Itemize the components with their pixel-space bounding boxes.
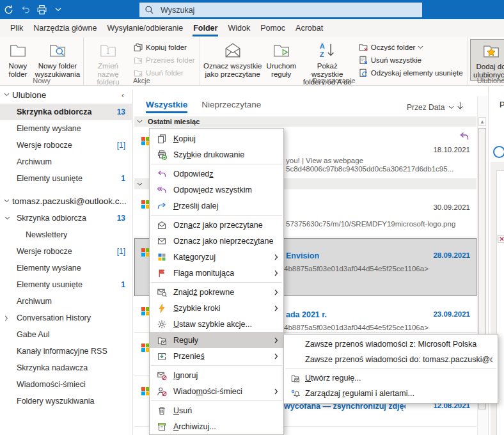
menu-item-szybkie-drukowanie[interactable]: Szybkie drukowanie: [150, 146, 283, 162]
folder-label: Archiwum: [17, 297, 52, 306]
menu-item-flaga-monitująca[interactable]: Flaga monitująca: [150, 265, 283, 281]
quick-steps-icon: [156, 303, 168, 313]
kopiuj-folder-button[interactable]: Kopiuj folder: [130, 41, 198, 54]
filter-tab-wszystkie[interactable]: Wszystkie: [146, 100, 187, 109]
sidebar-section-header[interactable]: tomasz.paczuski@outlook.c...: [0, 192, 132, 210]
sidebar-item-conversation-history[interactable]: Conversation History: [0, 310, 132, 326]
submenu-arrow-icon: [274, 337, 278, 344]
sidebar-item-archiwum[interactable]: Archiwum: [0, 154, 132, 170]
menu-item-kategoryzuj[interactable]: Kategoryzuj: [150, 249, 283, 265]
folder-label: Elementy usunięte: [17, 280, 83, 289]
tab-acrobat[interactable]: Acrobat: [290, 19, 328, 37]
sidebar-item-elementy-wysłane[interactable]: Elementy wysłane: [0, 260, 132, 276]
sidebar-item-wersje-robocze[interactable]: Wersje robocze[1]: [0, 243, 132, 260]
scroll-up-icon[interactable]: ▲: [478, 117, 486, 126]
tab-widok[interactable]: Widok: [223, 19, 255, 37]
menu-item-ignoruj[interactable]: Ignoruj: [150, 367, 283, 383]
submenu-item-zawsze-przenoś-wiadomości-z-microsoft-po[interactable]: Zawsze przenoś wiadomości z: Microsoft P…: [284, 336, 498, 352]
sidebar-item-wiadomości-śmieci[interactable]: Wiadomości-śmieci: [0, 376, 132, 393]
menu-item-archiwizuj-[interactable]: Archiwizuj...: [150, 418, 283, 434]
mark-all-read-icon: [223, 41, 243, 60]
sidebar-item-skrzynka-nadawcza[interactable]: Skrzynka nadawcza: [0, 360, 132, 376]
quick-actions-icon: [156, 319, 168, 329]
minimize-folder-pane-icon[interactable]: ‹: [122, 91, 124, 100]
tab-narz-dzia-g-wne[interactable]: Narzędzia główne: [28, 19, 102, 37]
oczyść-folder-button[interactable]: Oczyść folder: [356, 41, 466, 54]
menu-item-kopiuj[interactable]: Kopiuj: [150, 130, 283, 146]
sidebar-section-header[interactable]: Ulubione: [0, 86, 132, 104]
submenu-item-zawsze-przenoś-wiadomości-do-tomasz.pacz[interactable]: Zawsze przenoś wiadomości do: tomasz.pac…: [284, 352, 498, 367]
nowy-folder-button[interactable]: Nowy folder: [2, 39, 34, 79]
customize-toolbar-caret-icon[interactable]: [50, 2, 67, 17]
dodaj-do-ulubionych-button[interactable]: Dodaj do ulubionych: [470, 39, 504, 81]
menu-item-label: Odpowiedz: [173, 170, 214, 178]
button-label: Nowy folder wyszukiwania: [35, 62, 80, 78]
sidebar-item-gabe-aul[interactable]: Gabe Aul: [0, 326, 132, 343]
filter-tab-nieprzeczytane[interactable]: Nieprzeczytane: [201, 100, 261, 109]
svg-text:A: A: [320, 42, 325, 50]
sort-direction-icon[interactable]: [457, 101, 464, 110]
sidebar-item-kanały-informacyjne-rss[interactable]: Kanały informacyjne RSS: [0, 343, 132, 360]
delete-icon: [156, 406, 168, 416]
sidebar-item-archiwum[interactable]: Archiwum: [0, 293, 132, 310]
menu-item-usuń[interactable]: Usuń: [150, 402, 283, 418]
menu-item-przenieś[interactable]: Przenieś: [150, 348, 283, 364]
submenu-item-zarządzaj-regułami-i-alertami...[interactable]: Zarządzaj regułami i alertami...: [284, 386, 498, 401]
send-receive-icon[interactable]: [0, 2, 17, 17]
print-icon[interactable]: [33, 2, 50, 17]
sidebar-item-elementy-usunięte[interactable]: Elementy usunięte1: [0, 276, 132, 293]
sidebar-item-skrzynka-odbiorcza[interactable]: Skrzynka odbiorcza13: [0, 210, 132, 226]
menu-item-oznacz-jako-przeczytane[interactable]: Oznacz jako przeczytane: [150, 217, 283, 233]
unread-count: 13: [117, 107, 125, 116]
replied-indicator-icon: [459, 132, 469, 141]
menu-item-oznacz-jako-nieprzeczytane[interactable]: Oznacz jako nieprzeczytane: [150, 233, 283, 249]
sidebar-item-newslettery[interactable]: Newslettery: [0, 226, 132, 243]
undo-icon[interactable]: [17, 2, 33, 17]
oznacz-wszystkie-jako-przeczytane-button[interactable]: Oznacz wszystkie jako przeczytane: [202, 39, 264, 79]
button-label: Nowy folder: [3, 62, 33, 78]
menu-separator: [151, 365, 282, 366]
sidebar-item-foldery-wyszukiwania[interactable]: Foldery wyszukiwania: [0, 393, 132, 409]
nowy-folder-wyszukiwania-button[interactable]: Nowy folder wyszukiwania: [34, 39, 81, 79]
sort-control[interactable]: Przez Data: [407, 103, 454, 112]
submenu-item-utwórz-regułę...[interactable]: Utwórz regułę...: [284, 370, 498, 386]
tab-pomoc[interactable]: Pomoc: [255, 19, 290, 37]
menu-item-odpowiedz-wszystkim[interactable]: Odpowiedz wszystkim: [150, 182, 283, 198]
menu-item-reguły[interactable]: Reguły: [150, 332, 283, 348]
create-rule-icon: [290, 373, 300, 383]
button-label: Odzyskaj elementy usunięte: [371, 69, 463, 77]
search-input[interactable]: [159, 5, 407, 15]
menu-item-prześlij-dalej[interactable]: Prześlij dalej: [150, 198, 283, 214]
usuń-wszystkie-button[interactable]: Usuń wszystkie: [356, 54, 466, 67]
menu-item-label: Wiadomości-śmieci: [173, 387, 242, 396]
search-icon: [145, 5, 154, 15]
menu-item-odpowiedz[interactable]: Odpowiedz: [150, 166, 283, 182]
ribbon-group-ulubione: Dodaj do ulubionychUlubione: [468, 37, 504, 85]
tab-wysy-anie-odbieranie[interactable]: Wysyłanie/odbieranie: [102, 19, 189, 37]
ribbon: Nowy folderNowy folder wyszukiwaniaNowyZ…: [0, 37, 504, 86]
list-group-last-month[interactable]: Ostatni miesiąc: [134, 116, 476, 127]
submenu-arrow-icon: [274, 254, 278, 260]
pane-divider[interactable]: [132, 90, 133, 435]
sidebar-item-skrzynka-odbiorcza[interactable]: Skrzynka odbiorcza13: [0, 104, 132, 120]
section-header-label: tomasz.paczuski@outlook.c...: [12, 196, 127, 206]
tab-plik[interactable]: Plik: [5, 19, 28, 37]
menu-item-wiadomości-śmieci[interactable]: Wiadomości-śmieci: [150, 383, 283, 399]
folder-label: Archiwum: [17, 157, 52, 166]
sidebar-item-elementy-wysłane[interactable]: Elementy wysłane: [0, 120, 132, 137]
menu-item-label: Znajdź pokrewne: [173, 288, 234, 297]
tab-folder[interactable]: Folder: [188, 19, 223, 37]
sidebar-item-elementy-usunięte[interactable]: Elementy usunięte1: [0, 170, 132, 187]
rename-folder-icon: [98, 41, 118, 60]
uruchom-reguły-button[interactable]: Uruchom reguły: [264, 39, 299, 79]
ribbon-group-oczyszczanie: Oznacz wszystkie jako przeczytaneUruchom…: [200, 37, 468, 85]
menu-item-szybkie-kroki[interactable]: Szybkie kroki: [150, 300, 283, 316]
search-box[interactable]: [139, 3, 422, 17]
menu-item-ustaw-szybkie-akcje-[interactable]: Ustaw szybkie akcje...: [150, 316, 283, 332]
junk-icon: [156, 386, 168, 397]
sidebar-item-wersje-robocze[interactable]: Wersje robocze[1]: [0, 137, 132, 154]
chevron-down-icon: [137, 182, 143, 186]
menu-item-label: Reguły: [173, 336, 198, 345]
menu-item-znajdź-pokrewne[interactable]: Znajdź pokrewne: [150, 284, 283, 300]
menu-item-label: Kopiuj: [173, 134, 196, 143]
